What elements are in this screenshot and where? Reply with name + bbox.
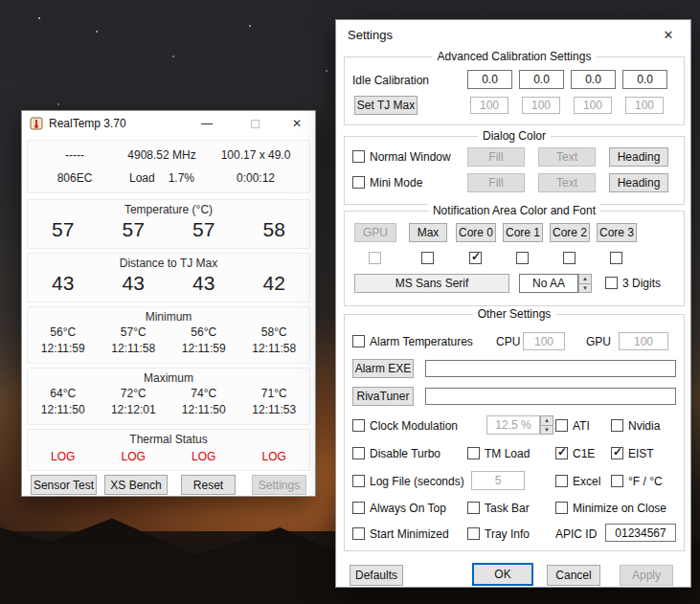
notif-core3-checkbox[interactable] [610,252,622,264]
idle-calibration-field-3[interactable]: 0.0 [622,70,667,89]
fahrenheit-celsius-checkbox[interactable] [611,475,623,487]
tray-info-checkbox[interactable] [467,527,480,540]
cancel-button[interactable]: Cancel [547,565,600,586]
core1-button[interactable]: Core 1 [503,223,543,242]
always-on-top-checkbox[interactable] [352,502,365,514]
core3-max-time: 12:11:53 [239,403,310,416]
antialias-field[interactable]: No AA [519,274,578,293]
core0-log: LOG [28,450,99,463]
excel-checkbox[interactable] [555,475,568,487]
clock-modulation-field: 12.5 % [486,415,540,435]
antialias-spinner[interactable]: ▲ ▼ [578,274,592,293]
spin-up-icon[interactable]: ▲ [540,415,553,426]
minimize-button[interactable]: — [192,114,221,133]
settings-button: Settings [252,475,306,495]
alarm-exe-button[interactable]: Alarm EXE [352,359,414,378]
excel-label: Excel [573,475,600,488]
spin-down-icon[interactable]: ▼ [578,284,592,294]
disable-turbo-checkbox[interactable] [352,447,365,459]
core3-min-time: 12:11:58 [239,342,310,355]
mini-mode-label: Mini Mode [370,176,422,190]
mini-mode-checkbox[interactable] [352,176,365,189]
core0-button[interactable]: Core 0 [456,223,496,242]
core2-button[interactable]: Core 2 [550,223,590,242]
settings-window: Settings ✕ Advanced Calibration Settings… [335,19,691,588]
c1e-checkbox[interactable] [555,447,568,459]
rivatuner-button[interactable]: RivaTuner [352,387,414,406]
gpu-alarm-label: GPU [586,335,611,348]
tray-info-label: Tray Info [485,527,530,541]
core2-min-temp: 56°C [169,325,239,339]
start-minimized-checkbox[interactable] [352,527,365,540]
other-settings-group: Other Settings Alarm Temperatures CPU 10… [344,314,685,551]
start-minimized-label: Start Minimized [370,527,449,541]
distance-header: Distance to TJ Max [28,257,309,270]
settings-close-button[interactable]: ✕ [650,24,687,45]
alarm-exe-field[interactable] [425,360,676,377]
core1-max-time: 12:12:01 [99,403,169,416]
nvidia-checkbox[interactable] [611,419,623,432]
other-settings-label: Other Settings [473,307,556,321]
task-bar-label: Task Bar [485,502,530,515]
mini-fill-button: Fill [467,173,525,192]
tjmax-field-3: 100 [625,97,664,114]
clock-modulation-spinner[interactable]: ▲ ▼ [540,415,553,435]
close-button[interactable]: ✕ [282,114,311,133]
log-file-checkbox[interactable] [352,475,365,487]
minimize-on-close-checkbox[interactable] [555,502,568,514]
apic-id-field[interactable]: 01234567 [605,524,676,542]
dialog-color-group: Dialog Color Normal Window Fill Text Hea… [344,136,685,205]
realtemp-titlebar[interactable]: RealTemp 3.70 — ✕ [22,111,315,136]
sensor-test-button[interactable]: Sensor Test [31,475,97,495]
core2-min-time: 12:11:59 [169,342,239,355]
eist-checkbox[interactable] [611,447,623,459]
notif-core0-checkbox[interactable] [469,252,482,264]
task-bar-checkbox[interactable] [467,502,480,514]
thermal-status-section: Thermal Status LOG LOG LOG LOG [27,429,310,471]
spin-down-icon[interactable]: ▼ [540,426,553,436]
log-seconds-field: 5 [471,471,525,490]
xs-bench-button[interactable]: XS Bench [104,475,168,495]
digits-label: 3 Digits [622,277,661,290]
clock-modulation-checkbox[interactable] [352,419,365,432]
idle-calibration-label: Idle Calibration [352,74,429,87]
idle-calibration-field-2[interactable]: 0.0 [571,70,616,89]
core2-max-temp: 74°C [169,387,239,400]
notif-core2-checkbox[interactable] [563,252,576,264]
eist-label: EIST [628,447,654,460]
cpu-multiplier: 100.17 x 49.0 [202,148,309,162]
tm-load-checkbox[interactable] [467,447,480,459]
idle-calibration-field-1[interactable]: 0.0 [519,70,564,89]
core1-temperature: 57 [99,218,169,241]
max-button[interactable]: Max [409,223,447,242]
ati-checkbox[interactable] [555,419,568,432]
load-value: 1.7% [169,171,194,185]
ok-button[interactable]: OK [472,563,533,586]
normal-heading-button[interactable]: Heading [609,147,668,167]
rivatuner-field[interactable] [425,388,676,405]
defaults-button[interactable]: Defaults [350,565,403,586]
set-tj-max-button[interactable]: Set TJ Max [354,96,418,115]
reset-button[interactable]: Reset [181,475,236,495]
cpu-name: ----- [28,148,122,162]
spin-up-icon[interactable]: ▲ [578,274,592,284]
core0-max-time: 12:11:50 [28,403,99,416]
normal-window-checkbox[interactable] [352,150,365,163]
cpu-frequency: 4908.52 MHz [122,148,202,162]
dialog-color-label: Dialog Color [478,129,551,143]
uptime: 0:00:12 [202,171,309,185]
idle-calibration-field-0[interactable]: 0.0 [467,70,512,89]
core3-button[interactable]: Core 3 [597,223,637,242]
app-icon [30,117,43,134]
core3-distance: 42 [239,272,310,295]
core0-distance: 43 [28,272,99,295]
thermal-status-header: Thermal Status [28,433,309,446]
c1e-label: C1E [573,447,595,460]
digits-checkbox[interactable] [605,277,618,289]
font-select-button[interactable]: MS Sans Serif [354,274,509,293]
alarm-temperatures-checkbox[interactable] [352,335,365,347]
settings-titlebar[interactable]: Settings ✕ [336,20,690,49]
notif-core1-checkbox[interactable] [516,252,529,264]
mini-heading-button[interactable]: Heading [609,173,668,192]
notif-max-checkbox[interactable] [421,252,434,264]
